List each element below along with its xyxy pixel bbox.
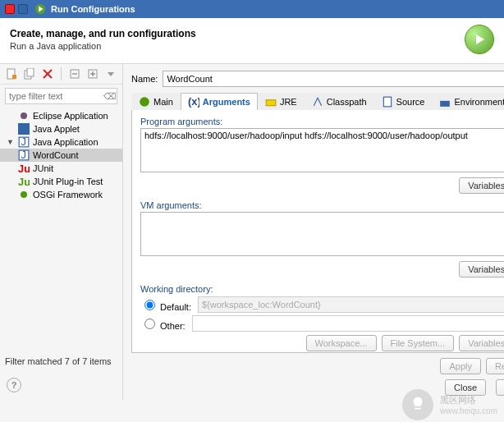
window-title: Run Configurations — [51, 4, 135, 14]
svg-marker-14 — [108, 72, 114, 76]
tree-item-junit[interactable]: JuJUnit — [0, 162, 122, 175]
vm-variables-button[interactable]: Variables... — [459, 261, 504, 278]
other-radio[interactable]: Other: — [140, 316, 186, 331]
program-args-input[interactable]: hdfs://localhost:9000/user/hadoop/input … — [140, 128, 504, 172]
expand-all-icon[interactable] — [86, 67, 99, 80]
window-maximize-icon[interactable] — [18, 4, 28, 14]
new-config-icon[interactable] — [5, 67, 18, 80]
tab-classpath[interactable]: Classpath — [305, 93, 374, 110]
junit-icon: Ju — [18, 163, 30, 174]
filter-input[interactable] — [6, 89, 103, 103]
default-dir-input — [198, 296, 504, 313]
header-title: Create, manage, and run configurations — [10, 28, 196, 39]
workspace-button[interactable]: Workspace... — [306, 335, 377, 351]
vm-args-input[interactable] — [140, 212, 504, 256]
svg-text:(x): (x) — [188, 96, 199, 108]
tab-environment[interactable]: Environment — [432, 93, 504, 110]
junit-plugin-icon: Ju — [18, 176, 30, 187]
wd-variables-button[interactable]: Variables... — [459, 335, 504, 351]
clear-filter-icon[interactable]: ⌫ — [103, 91, 117, 102]
duplicate-config-icon[interactable] — [23, 67, 36, 80]
program-args-label: Program arguments: — [140, 117, 504, 126]
run-button[interactable]: Run — [496, 379, 504, 396]
svg-rect-24 — [266, 100, 276, 106]
arguments-tab-body: Program arguments: hdfs://localhost:9000… — [131, 110, 504, 353]
java-run-icon: J — [18, 149, 30, 161]
arguments-tab-icon: (x) — [188, 96, 199, 108]
eclipse-app-icon — [18, 110, 30, 122]
program-variables-button[interactable]: Variables... — [459, 177, 504, 194]
header-subtitle: Run a Java application — [10, 41, 196, 51]
revert-button[interactable]: Revert — [486, 358, 504, 374]
osgi-icon — [18, 189, 30, 200]
working-directory-label: Working directory: — [140, 284, 504, 294]
titlebar: Run Configurations — [0, 0, 504, 18]
tree-item-wordcount[interactable]: JWordCount — [0, 149, 122, 162]
collapse-all-icon[interactable] — [68, 67, 81, 80]
classpath-tab-icon — [312, 96, 323, 108]
other-dir-input — [192, 315, 504, 332]
svg-rect-26 — [441, 101, 451, 107]
svg-text:J: J — [21, 149, 26, 161]
chevron-down-icon[interactable]: ▼ — [7, 138, 15, 146]
tab-arguments[interactable]: (x)Arguments — [181, 93, 258, 110]
tree-item-osgi[interactable]: OSGi Framework — [0, 188, 122, 201]
toolbar-menu-icon[interactable] — [104, 67, 117, 80]
filter-box[interactable]: ⌫ — [5, 88, 117, 104]
svg-rect-6 — [27, 68, 34, 76]
svg-rect-25 — [383, 97, 391, 107]
tab-source[interactable]: Source — [374, 93, 433, 110]
help-icon[interactable]: ? — [7, 378, 21, 392]
dialog-header: Create, manage, and run configurations R… — [0, 18, 504, 64]
filesystem-button[interactable]: File System... — [382, 335, 455, 351]
tab-jre[interactable]: JRE — [258, 93, 305, 110]
java-applet-icon — [18, 123, 30, 135]
source-tab-icon — [382, 96, 393, 108]
jre-tab-icon — [265, 96, 277, 108]
svg-text:J: J — [21, 136, 26, 148]
right-panel: Name: Main (x)Arguments JRE Classpath So… — [123, 64, 504, 401]
tree-item-junit-plugin[interactable]: JuJUnit Plug-in Test — [0, 175, 122, 188]
tree-item-java-applet[interactable]: Java Applet — [0, 122, 122, 135]
java-app-icon: J — [18, 136, 30, 148]
svg-point-22 — [140, 97, 149, 107]
left-panel: ⌫ Eclipse Application Java Applet ▼JJava… — [0, 64, 123, 401]
default-radio[interactable]: Default: — [140, 297, 191, 312]
environment-tab-icon — [439, 96, 451, 108]
svg-text:Ju: Ju — [18, 163, 30, 174]
tree-item-java-application[interactable]: ▼JJava Application — [0, 135, 122, 149]
name-label: Name: — [131, 74, 158, 84]
window-close-icon[interactable] — [5, 4, 15, 14]
svg-text:Ju: Ju — [18, 176, 30, 187]
close-button[interactable]: Close — [445, 379, 486, 396]
tab-bar: Main (x)Arguments JRE Classpath Source E… — [131, 92, 504, 110]
tab-main[interactable]: Main — [131, 93, 181, 110]
main-tab-icon — [139, 96, 150, 108]
config-toolbar — [0, 64, 122, 85]
tree-item-eclipse-app[interactable]: Eclipse Application — [0, 109, 122, 122]
svg-rect-4 — [12, 75, 16, 79]
config-tree[interactable]: Eclipse Application Java Applet ▼JJava A… — [0, 108, 122, 351]
run-configurations-icon — [34, 3, 46, 15]
run-hero-icon — [465, 25, 494, 54]
name-input[interactable] — [163, 71, 504, 87]
svg-rect-15 — [18, 123, 30, 135]
delete-config-icon[interactable] — [41, 67, 54, 80]
filter-status: Filter matched 7 of 7 items — [0, 351, 122, 369]
vm-args-label: VM arguments: — [140, 200, 504, 210]
apply-button[interactable]: Apply — [440, 358, 481, 374]
svg-marker-2 — [476, 34, 484, 44]
